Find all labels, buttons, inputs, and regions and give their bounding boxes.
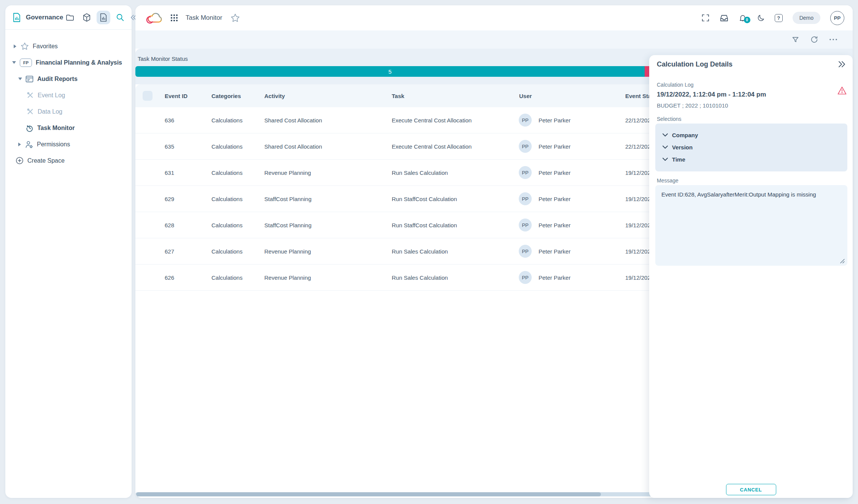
- cell-event-start: 19/12/202: [625, 274, 651, 281]
- status-count: 5: [388, 68, 391, 75]
- content-toolbar: [135, 30, 853, 49]
- demo-badge[interactable]: Demo: [793, 12, 820, 24]
- sidebar-item-favorites[interactable]: Favorites: [5, 38, 132, 54]
- cell-category: Calculations: [211, 248, 243, 255]
- sidebar-item-audit-reports[interactable]: Audit Reports: [5, 71, 132, 87]
- selection-label: Version: [672, 144, 693, 151]
- scrollbar-thumb[interactable]: [136, 492, 601, 496]
- history-icon: [26, 124, 33, 132]
- cell-event-start: 19/12/202: [625, 222, 651, 228]
- avatar: PP: [519, 166, 532, 179]
- search-icon[interactable]: [113, 11, 127, 24]
- grid-icon[interactable]: [170, 14, 178, 22]
- cell-event-start: 22/12/202: [625, 143, 651, 150]
- column-header[interactable]: Task: [392, 93, 404, 99]
- cell-user: Peter Parker: [539, 170, 570, 176]
- cell-event-id: 636: [165, 117, 174, 124]
- selections-box: Company Version Time: [655, 124, 847, 171]
- avatar: PP: [519, 192, 532, 205]
- cell-task: Run Sales Calculation: [392, 170, 448, 176]
- report-icon: [25, 76, 33, 82]
- panel-title: Calculation Log Details: [657, 60, 732, 68]
- select-all-checkbox[interactable]: [143, 91, 153, 101]
- help-icon[interactable]: ?: [775, 14, 783, 22]
- sidebar-item-label: Financial Planning & Analysis: [36, 59, 122, 66]
- message-text: Event ID:628, AvgSalaryafterMerit:Output…: [661, 191, 816, 198]
- cell-category: Calculations: [211, 196, 243, 202]
- column-header[interactable]: Categories: [211, 93, 241, 99]
- sidebar-item-label: Favorites: [33, 43, 58, 50]
- selection-company[interactable]: Company: [662, 129, 847, 141]
- column-header[interactable]: Activity: [264, 93, 285, 99]
- sidebar-item-label: Create Space: [27, 157, 65, 164]
- selection-time[interactable]: Time: [662, 153, 847, 165]
- cell-event-id: 629: [165, 196, 174, 202]
- fullscreen-icon[interactable]: [701, 14, 710, 22]
- log-context: BUDGET ; 2022 ; 10101010: [657, 102, 728, 109]
- moon-icon[interactable]: [757, 14, 765, 22]
- more-icon[interactable]: [829, 38, 837, 41]
- avatar: PP: [519, 271, 532, 284]
- sidebar-item-label: Audit Reports: [37, 76, 78, 82]
- doc-view-icon[interactable]: [97, 11, 110, 24]
- cell-event-id: 631: [165, 170, 174, 176]
- caret-down-icon[interactable]: [12, 61, 16, 64]
- tools-icon: [27, 92, 34, 99]
- column-header[interactable]: Event ID: [165, 93, 187, 99]
- space-title: Governance: [26, 14, 63, 21]
- cell-user: Peter Parker: [539, 248, 570, 255]
- sidebar-item-data-log[interactable]: Data Log: [5, 103, 132, 120]
- resize-handle-icon[interactable]: [839, 258, 845, 263]
- cell-user: Peter Parker: [539, 143, 570, 150]
- cell-category: Calculations: [211, 170, 243, 176]
- sidebar-item-event-log[interactable]: Event Log: [5, 87, 132, 103]
- create-space-button[interactable]: Create Space: [5, 152, 132, 169]
- collapse-right-icon[interactable]: [837, 60, 846, 68]
- avatar: PP: [519, 140, 532, 153]
- selection-label: Company: [672, 132, 698, 138]
- user-gear-icon: [25, 141, 33, 148]
- column-header[interactable]: User: [519, 93, 532, 99]
- cell-user: Peter Parker: [539, 222, 570, 228]
- chevron-down-icon: [662, 157, 668, 161]
- cell-task: Execute Central Cost Allocation: [392, 143, 472, 150]
- cell-event-id: 628: [165, 222, 174, 228]
- cell-task: Run StaffCost Calculation: [392, 222, 457, 228]
- message-box[interactable]: Event ID:628, AvgSalaryafterMerit:Output…: [655, 185, 847, 266]
- cube-icon[interactable]: [80, 11, 94, 24]
- selection-version[interactable]: Version: [662, 141, 847, 153]
- caret-down-icon[interactable]: [18, 78, 22, 80]
- inbox-icon[interactable]: [720, 14, 729, 22]
- cell-event-id: 626: [165, 274, 174, 281]
- caret-right-icon[interactable]: [18, 143, 21, 146]
- chevron-down-icon: [662, 133, 668, 137]
- cancel-button[interactable]: CANCEL: [726, 484, 776, 495]
- favorite-star-icon[interactable]: [230, 13, 240, 22]
- cell-activity: Revenue Planning: [264, 248, 311, 255]
- cell-activity: Revenue Planning: [264, 274, 311, 281]
- navigation-tree: Favorites FP Financial Planning & Analys…: [5, 30, 132, 169]
- cell-activity: Shared Cost Allocation: [264, 117, 322, 124]
- filter-icon[interactable]: [791, 36, 799, 44]
- log-time: 19/12/2022, 1:12:04 pm - 1:12:04 pm: [657, 91, 766, 98]
- status-segment-ok[interactable]: 5: [135, 66, 645, 77]
- sidebar-item-fpa[interactable]: FP Financial Planning & Analysis: [5, 54, 132, 71]
- sidebar-item-permissions[interactable]: Permissions: [5, 136, 132, 152]
- cell-task: Run Sales Calculation: [392, 274, 448, 281]
- cell-event-start: 22/12/202: [625, 117, 651, 124]
- bell-icon[interactable]: 0: [739, 14, 747, 22]
- folder-icon[interactable]: [63, 11, 77, 24]
- refresh-icon[interactable]: [810, 35, 818, 44]
- cell-category: Calculations: [211, 143, 243, 150]
- cell-activity: Shared Cost Allocation: [264, 143, 322, 150]
- horizontal-scrollbar[interactable]: [135, 492, 653, 496]
- sidebar-item-label: Data Log: [38, 108, 62, 115]
- user-avatar[interactable]: PP: [830, 11, 844, 25]
- sidebar-item-label: Permissions: [37, 141, 70, 148]
- message-label: Message: [657, 178, 678, 184]
- sidebar-item-task-monitor[interactable]: Task Monitor: [5, 120, 132, 136]
- caret-right-icon[interactable]: [14, 44, 16, 48]
- cell-category: Calculations: [211, 117, 243, 124]
- cell-activity: StaffCost Planning: [264, 196, 311, 202]
- cell-event-start: 19/12/202: [625, 170, 651, 176]
